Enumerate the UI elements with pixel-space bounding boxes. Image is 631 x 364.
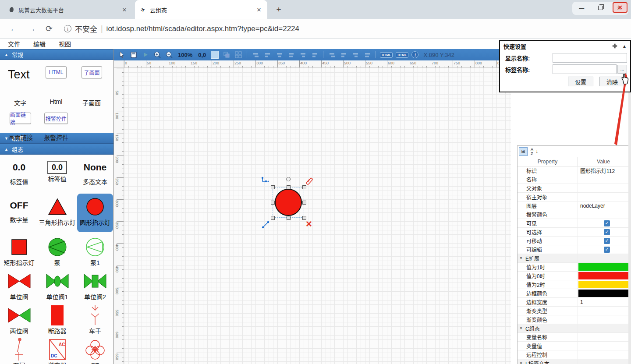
reload-icon[interactable]: ⟳ bbox=[46, 24, 53, 34]
color-swatch[interactable] bbox=[578, 281, 628, 288]
palette-section-scada[interactable]: ▲ 组态 bbox=[0, 144, 113, 155]
align-icon[interactable] bbox=[363, 50, 372, 59]
palette-item-screenlink[interactable]: 画面链接 bbox=[10, 113, 31, 124]
color-swatch[interactable] bbox=[578, 290, 628, 297]
zoom-in-icon[interactable] bbox=[153, 50, 162, 59]
property-row[interactable]: 名称 bbox=[518, 175, 628, 184]
property-row[interactable]: 值为0时 bbox=[518, 272, 628, 280]
circle-indicator-node[interactable] bbox=[275, 189, 302, 216]
zoom-out-icon[interactable] bbox=[165, 50, 174, 59]
align-icon[interactable] bbox=[339, 50, 348, 59]
connect-line-icon[interactable] bbox=[262, 220, 270, 229]
palette-item-alarmctl[interactable]: 报警控件 bbox=[44, 113, 68, 124]
save-icon[interactable] bbox=[129, 50, 138, 59]
menu-view[interactable]: 视图 bbox=[59, 39, 71, 48]
preview-html-icon[interactable]: HTML bbox=[396, 52, 408, 58]
palette-item-subscreen[interactable]: 子画面 bbox=[82, 66, 102, 78]
palette-item-knife-switch[interactable]: 刀闸 bbox=[0, 336, 38, 364]
align-icon[interactable] bbox=[287, 50, 295, 59]
connect-node-icon[interactable] bbox=[261, 176, 269, 185]
palette-item-valve-green-rect[interactable]: 单位阀2 bbox=[76, 267, 114, 301]
align-icon[interactable] bbox=[263, 50, 272, 59]
resize-handle[interactable] bbox=[302, 201, 306, 205]
set-button[interactable]: 设置 bbox=[568, 77, 593, 86]
attach-paperclip-icon[interactable] bbox=[305, 177, 314, 186]
property-row[interactable]: 标识圆形指示灯112 bbox=[518, 166, 628, 175]
property-row[interactable]: 值为1时 bbox=[518, 263, 628, 272]
align-icon[interactable] bbox=[251, 50, 260, 59]
display-name-input[interactable] bbox=[553, 53, 627, 63]
menu-edit[interactable]: 编辑 bbox=[33, 39, 46, 48]
palette-item-pt[interactable]: PT bbox=[76, 336, 114, 364]
tab-inactive[interactable]: 思普云大数据平台 ✕ bbox=[4, 0, 133, 19]
palette-section-general[interactable]: ▲ 常规 bbox=[0, 49, 113, 60]
new-tab-button[interactable]: + bbox=[273, 4, 284, 15]
export-html-icon[interactable]: HTML bbox=[380, 52, 393, 58]
property-row[interactable]: 边框颜色 bbox=[518, 289, 628, 298]
tab-close-icon[interactable]: ✕ bbox=[121, 6, 128, 14]
align-icon[interactable] bbox=[275, 50, 284, 59]
checkbox-checked[interactable]: ✓ bbox=[604, 238, 610, 244]
property-row[interactable]: 值为2时 bbox=[518, 280, 628, 289]
menu-file[interactable]: 文件 bbox=[8, 39, 20, 48]
palette-item-square-indicator[interactable]: 矩形指示灯 bbox=[0, 233, 38, 267]
categorized-view-icon[interactable]: ⊞ bbox=[519, 147, 528, 156]
group-collapse-icon[interactable]: ▼ bbox=[519, 256, 523, 260]
resize-handle[interactable] bbox=[302, 216, 306, 220]
property-row[interactable]: 可见✓ bbox=[518, 219, 628, 228]
align-icon[interactable] bbox=[351, 50, 360, 59]
palette-item-valve-two-color[interactable]: 两位阀 bbox=[0, 301, 38, 336]
group-icon[interactable] bbox=[222, 50, 231, 59]
property-row[interactable]: 图层nodeLayer bbox=[518, 201, 628, 210]
minimize-button[interactable]: — bbox=[576, 5, 587, 11]
property-row[interactable]: 远程控制 bbox=[518, 350, 628, 359]
back-icon[interactable]: ← bbox=[10, 24, 18, 34]
property-row[interactable]: 渐变类型 bbox=[518, 307, 628, 315]
group-collapse-icon[interactable]: ▼ bbox=[519, 326, 523, 330]
palette-item-valve-red[interactable]: 单位阀 bbox=[0, 267, 38, 301]
resize-handle[interactable] bbox=[287, 185, 291, 189]
palette-item-html[interactable]: HTML bbox=[46, 66, 67, 78]
resize-handle[interactable] bbox=[302, 185, 306, 189]
palette-item-circle-indicator[interactable]: 圆形指示灯 bbox=[77, 194, 113, 232]
rotate-handle[interactable] bbox=[286, 177, 291, 181]
run-icon[interactable] bbox=[141, 50, 150, 59]
property-row[interactable]: 可编辑✓ bbox=[518, 245, 628, 254]
canvas-grid-icon[interactable] bbox=[210, 50, 219, 59]
page-scrollbar[interactable] bbox=[628, 92, 631, 364]
delete-icon[interactable]: ✕ bbox=[305, 220, 312, 228]
tag-browse-button[interactable]: ... bbox=[617, 65, 627, 74]
info-icon[interactable]: i bbox=[64, 25, 71, 32]
property-row[interactable]: 父对象 bbox=[518, 184, 628, 193]
palette-item-inverter[interactable]: ACDC逆变器 bbox=[38, 336, 76, 364]
palette-item-arrows[interactable]: 车手 bbox=[76, 301, 114, 336]
property-row[interactable]: 报警颜色 bbox=[518, 210, 628, 219]
tag-name-input[interactable] bbox=[553, 64, 617, 74]
palette-item-text-3[interactable]: OFF数字量 bbox=[0, 193, 38, 233]
ungroup-icon[interactable] bbox=[234, 50, 243, 59]
collapse-icon[interactable]: ▲ bbox=[622, 44, 627, 49]
palette-item-text-0[interactable]: 0.0标签值 bbox=[0, 155, 38, 193]
align-icon[interactable] bbox=[298, 50, 307, 59]
dock-icon[interactable] bbox=[612, 43, 618, 49]
group-collapse-icon[interactable]: ▼ bbox=[519, 361, 523, 364]
color-swatch[interactable] bbox=[578, 272, 628, 279]
restore-button[interactable] bbox=[595, 5, 606, 11]
tab-close-icon[interactable]: ✕ bbox=[255, 6, 263, 14]
property-row[interactable]: 宿主对象 bbox=[518, 193, 628, 201]
palette-item-text-1[interactable]: 0.0标签值 bbox=[38, 155, 76, 193]
palette-item-pump[interactable]: 泵 bbox=[38, 233, 76, 267]
resize-handle[interactable] bbox=[271, 185, 275, 189]
palette-item-text-2[interactable]: None多态文本 bbox=[76, 155, 114, 193]
info-icon[interactable]: i bbox=[411, 51, 418, 58]
palette-item-pump-outline[interactable]: 泵1 bbox=[76, 233, 114, 267]
align-icon[interactable] bbox=[327, 50, 336, 59]
property-row[interactable]: 变量名称 bbox=[518, 333, 628, 342]
property-row[interactable]: 渐变颜色 bbox=[518, 315, 628, 324]
property-row[interactable]: 可移动✓ bbox=[518, 237, 628, 245]
property-row[interactable]: ▼E扩展 bbox=[518, 254, 628, 263]
palette-item-triangle-indicator[interactable]: 三角形指示灯 bbox=[38, 193, 76, 233]
resize-handle[interactable] bbox=[271, 201, 275, 205]
sort-az-icon[interactable]: AZ↓ bbox=[529, 147, 539, 156]
property-row[interactable]: 变量值 bbox=[518, 342, 628, 350]
